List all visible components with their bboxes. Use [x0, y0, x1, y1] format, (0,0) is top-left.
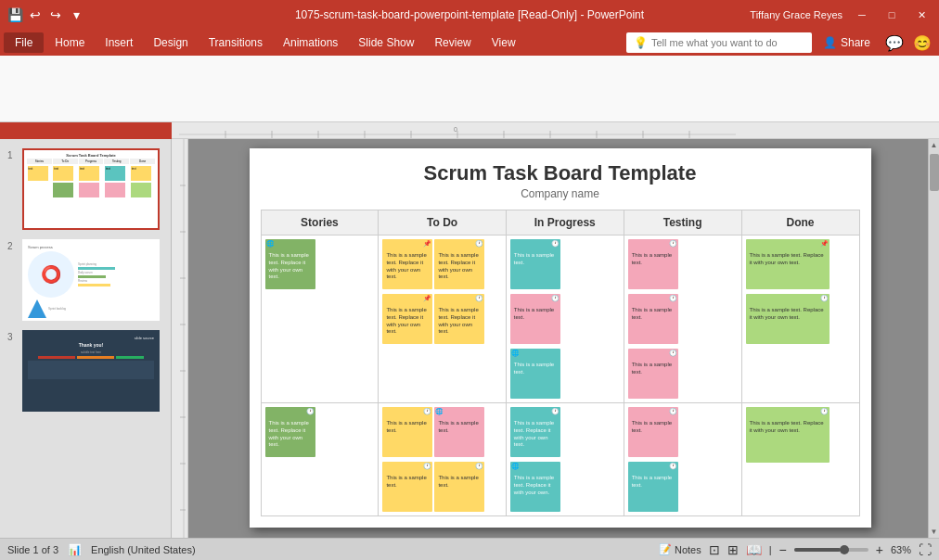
animations-menu[interactable]: Animations — [274, 32, 347, 53]
slide-canvas: Scrum Task Board Template Company name S… — [250, 148, 871, 528]
cell-r2-inprogress: This is a sample text. Replace it with y… — [506, 403, 624, 516]
search-input[interactable] — [651, 37, 800, 48]
zoom-level: 63% — [891, 544, 911, 555]
ribbon — [0, 56, 939, 122]
slideshow-menu[interactable]: Slide Show — [349, 32, 423, 53]
undo-icon[interactable]: ↩ — [28, 7, 43, 22]
search-bar[interactable]: 💡 — [626, 32, 812, 53]
normal-view-icon[interactable]: ⊡ — [709, 542, 720, 557]
ruler-top: 0 — [172, 122, 939, 139]
slide-thumbnail-1[interactable]: 1 Scrum Task Board Template Stories To D… — [6, 146, 165, 232]
title-bar: 💾 ↩ ↪ ▾ 1075-scrum-task-board-powerpoint… — [0, 0, 939, 30]
col-inprogress: In Progress — [506, 210, 624, 235]
cell-r2-todo: This is a sample text. This is a sample … — [379, 403, 506, 516]
review-menu[interactable]: Review — [425, 32, 480, 53]
home-menu[interactable]: Home — [45, 32, 94, 53]
sticky-note[interactable]: This is a sample text. Replace it with y… — [510, 462, 560, 512]
slide-sorter-icon[interactable]: ⊞ — [727, 542, 739, 557]
sticky-note[interactable]: This is a sample text. — [628, 294, 678, 344]
sticky-note[interactable]: This is a sample text. — [628, 239, 678, 289]
sticky-note[interactable]: This is a sample text. — [628, 349, 678, 399]
sticky-note[interactable]: This is a sample text. Replace it with y… — [265, 407, 315, 457]
scroll-thumb[interactable] — [930, 154, 939, 191]
sticky-note[interactable]: This is a sample text. — [434, 462, 484, 512]
sticky-note[interactable]: This is a sample text. Replace it with y… — [746, 294, 830, 344]
sticky-note[interactable]: This is a sample text. Replace it with y… — [434, 294, 484, 344]
col-done: Done — [741, 210, 859, 235]
window-title: 1075-scrum-task-board-powerpoint-templat… — [295, 8, 644, 21]
ruler-left — [172, 139, 188, 538]
sticky-note[interactable]: This is a sample text. — [382, 462, 432, 512]
notes-label: Notes — [675, 544, 701, 555]
slides-panel: 1 Scrum Task Board Template Stories To D… — [0, 139, 172, 538]
col-todo: To Do — [379, 210, 506, 235]
sticky-note[interactable]: This is a sample text. Replace it with y… — [434, 239, 484, 289]
cell-r1-todo: This is a sample text. Replace it with y… — [379, 235, 506, 403]
sticky-note[interactable]: This is a sample text. Replace it with y… — [510, 407, 560, 457]
slide-status-icon[interactable]: 📊 — [68, 543, 82, 556]
username: Tiffany Grace Reyes — [750, 9, 843, 20]
titlebar-left: 💾 ↩ ↪ ▾ — [7, 7, 84, 22]
scroll-up-arrow[interactable]: ▲ — [929, 139, 939, 151]
cell-r2-done: This is a sample text. Replace it with y… — [741, 403, 859, 516]
language: English (United States) — [91, 544, 196, 555]
slide-title: Scrum Task Board Template — [261, 161, 860, 185]
ruler-vertical — [172, 139, 187, 538]
sticky-note[interactable]: This is a sample text. — [510, 349, 560, 399]
cell-r2-stories: This is a sample text. Replace it with y… — [261, 403, 379, 516]
scroll-down-arrow[interactable]: ▼ — [929, 526, 939, 538]
insert-menu[interactable]: Insert — [96, 32, 142, 53]
minimize-button[interactable]: ─ — [852, 5, 872, 25]
notes-icon: 📝 — [659, 543, 672, 555]
view-menu[interactable]: View — [482, 32, 525, 53]
reading-view-icon[interactable]: 📖 — [746, 542, 762, 557]
menu-bar: File Home Insert Design Transitions Anim… — [0, 30, 939, 56]
share-button[interactable]: 👤 Share — [814, 34, 880, 51]
close-button[interactable]: ✕ — [911, 5, 932, 25]
sticky-note[interactable]: This is a sample text. Replace it with y… — [746, 239, 830, 289]
sticky-note[interactable]: This is a sample text. — [628, 462, 678, 512]
board-table: Stories To Do In Progress Testing Done — [261, 210, 860, 516]
ruler-marks: 0 — [179, 123, 736, 138]
zoom-in-icon[interactable]: + — [876, 542, 883, 557]
cell-r1-stories: This is a sample text. Replace it with y… — [261, 235, 379, 403]
cell-r1-inprogress: This is a sample text. This is a sample … — [506, 235, 624, 403]
sticky-note[interactable]: This is a sample text. — [510, 294, 560, 344]
smiley-icon[interactable]: 😊 — [909, 34, 935, 52]
transitions-menu[interactable]: Transitions — [199, 32, 272, 53]
sticky-note[interactable]: This is a sample text. — [510, 239, 560, 289]
cell-r1-testing: This is a sample text. This is a sample … — [624, 235, 741, 403]
canvas-wrapper: Scrum Task Board Template Company name S… — [172, 139, 939, 538]
vertical-scrollbar[interactable]: ▲ ▼ — [928, 139, 939, 538]
zoom-slider[interactable] — [794, 548, 868, 552]
svg-text:0: 0 — [454, 126, 457, 133]
col-testing: Testing — [624, 210, 741, 235]
separator: | — [769, 544, 772, 555]
sticky-note[interactable]: This is a sample text. Replace it with y… — [265, 239, 315, 289]
design-menu[interactable]: Design — [144, 32, 197, 53]
slide-info: Slide 1 of 3 — [7, 544, 58, 555]
notes-button[interactable]: 📝 Notes — [659, 543, 701, 555]
save-icon[interactable]: 💾 — [7, 7, 22, 22]
sticky-note[interactable]: This is a sample text. — [434, 407, 484, 457]
slide-thumbnail-2[interactable]: 2 Scrum process ⭕ Sprint planning Daily … — [6, 237, 165, 323]
sticky-note[interactable]: This is a sample text. — [628, 407, 678, 457]
redo-icon[interactable]: ↪ — [48, 7, 63, 22]
sticky-note[interactable]: This is a sample text. Replace it with y… — [382, 239, 432, 289]
sticky-note[interactable]: This is a sample text. Replace it with y… — [382, 294, 432, 344]
file-menu[interactable]: File — [4, 32, 44, 53]
comments-icon[interactable]: 💬 — [881, 34, 907, 52]
sticky-note[interactable]: This is a sample text. Replace it with y… — [746, 407, 830, 463]
zoom-out-icon[interactable]: − — [779, 542, 787, 557]
main-area: 1 Scrum Task Board Template Stories To D… — [0, 139, 939, 538]
titlebar-right: Tiffany Grace Reyes ─ □ ✕ — [750, 5, 932, 25]
fit-to-window-icon[interactable]: ⛶ — [919, 542, 932, 557]
slide-thumbnail-3[interactable]: 3 slide source Thank you! subtitle text … — [6, 328, 165, 414]
cell-r2-testing: This is a sample text. This is a sample … — [624, 403, 741, 516]
customize-icon[interactable]: ▾ — [69, 7, 84, 22]
restore-button[interactable]: □ — [881, 5, 902, 25]
slide-subtitle: Company name — [261, 187, 860, 200]
canvas-area: Scrum Task Board Template Company name S… — [188, 139, 928, 538]
cell-r1-done: This is a sample text. Replace it with y… — [741, 235, 859, 403]
sticky-note[interactable]: This is a sample text. — [382, 407, 432, 457]
